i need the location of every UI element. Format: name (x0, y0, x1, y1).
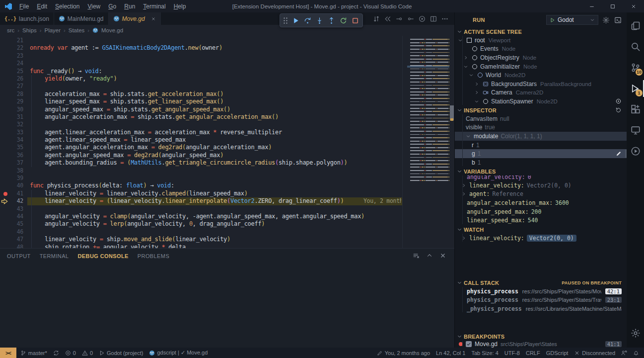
status-godot-project[interactable]: Godot (project) (96, 348, 146, 358)
continue-button[interactable] (289, 15, 301, 26)
minimap[interactable] (407, 36, 449, 248)
gutter[interactable]: 36 (0, 152, 27, 159)
menu-run[interactable]: Run (120, 2, 139, 11)
tab-MainMenu.gd[interactable]: MainMenu.gd (54, 12, 109, 25)
code-line-45[interactable]: 45angular_velocity = lerp(angular_veloci… (0, 220, 407, 228)
breakpoint-Move.gd[interactable]: Move.gdsrc\Ships\Player\States41:1 (455, 341, 627, 348)
status-ln-42-col-1[interactable]: Ln 42, Col 1 (433, 348, 468, 358)
chevron-right-icon[interactable] (461, 183, 467, 188)
status-0[interactable]: 0 (79, 348, 96, 358)
menu-view[interactable]: View (83, 2, 104, 11)
gutter[interactable]: 38 (0, 167, 27, 175)
activity-run-and-debug[interactable]: 1 (627, 78, 644, 99)
scene-node-ObjectRegistry[interactable]: ObjectRegistryNode (455, 53, 627, 62)
chevron-right-icon[interactable] (474, 82, 480, 87)
gutter[interactable]: 27 (0, 83, 27, 90)
activity-manage[interactable] (627, 323, 644, 344)
inspector-row-b[interactable]: b1 (455, 158, 627, 167)
code-line-35[interactable]: 35agent.angular_acceleration_max = deg2r… (0, 144, 407, 151)
inspector-row-visible[interactable]: visibletrue (455, 123, 627, 132)
gutter[interactable]: 34 (0, 136, 27, 144)
status-you-2-months-ago[interactable]: You, 2 months ago (374, 348, 433, 358)
gutter[interactable]: 30 (0, 106, 27, 113)
scene-node-StationSpawner[interactable]: StationSpawnerNode2D (455, 97, 627, 106)
open-debug-console-icon[interactable] (614, 16, 622, 24)
code-line-30[interactable]: 30angular_speed_max = ship.stats.get_ang… (0, 106, 407, 113)
gutter[interactable]: 23 (0, 52, 27, 60)
code-line-34[interactable]: 34agent.linear_speed_max = linear_speed_… (0, 136, 407, 144)
activity-remote-explorer[interactable] (627, 120, 644, 141)
scene-node-BackgroundStars[interactable]: BackgroundStarsParallaxBackground (455, 80, 627, 89)
gutter[interactable]: 37 (0, 159, 27, 167)
step-out-button[interactable] (325, 15, 337, 26)
watch-linear_velocity[interactable]: linear_velocity:Vector2(0, 0) (455, 234, 627, 243)
gutter[interactable]: 21 (0, 37, 27, 44)
status-remote-indicator[interactable]: >< (0, 348, 16, 358)
breadcrumb-item[interactable]: src (7, 27, 14, 33)
status-bell[interactable] (630, 348, 642, 358)
gutter[interactable]: 25 (0, 68, 27, 75)
gutter[interactable]: 35 (0, 144, 27, 151)
activity-source-control[interactable]: 10 (627, 57, 644, 78)
chevron-down-icon[interactable] (458, 38, 463, 43)
swap-icon[interactable] (373, 15, 380, 22)
start-debug-icon[interactable] (550, 17, 555, 23)
maximize-panel-icon[interactable] (426, 252, 433, 259)
code-line-43[interactable]: 43 (0, 205, 407, 213)
code-line-29[interactable]: 29linear_speed_max = ship.stats.get_line… (0, 98, 407, 105)
gutter[interactable]: 39 (0, 175, 27, 182)
activity-extensions[interactable] (627, 99, 644, 120)
variable-angular_speed_max[interactable]: angular_speed_max:200 (455, 207, 627, 216)
section-watch-header[interactable]: WATCH (455, 225, 627, 234)
breadcrumb-file[interactable]: Move.gd (101, 27, 123, 33)
code-line-32[interactable]: 32 (0, 121, 407, 128)
gutter[interactable]: 24 (0, 60, 27, 67)
status-0[interactable]: 0 (62, 348, 79, 358)
step-back-icon[interactable] (396, 15, 403, 22)
stack-frame-physics_process[interactable]: physics_processres://src/Ships/Player/St… (455, 296, 627, 305)
code-line-22[interactable]: 22onready var agent := GSAIKinematicBody… (0, 44, 407, 52)
gutter[interactable]: 22 (0, 44, 27, 52)
status-master[interactable]: master* (17, 348, 50, 358)
chevron-right-icon[interactable] (463, 55, 469, 60)
minimize-button[interactable] (581, 0, 602, 12)
scene-node-root[interactable]: rootViewport (455, 36, 627, 45)
panel-tab-debug-console[interactable]: DEBUG CONSOLE (77, 253, 128, 259)
gutter[interactable]: 40 (0, 182, 27, 189)
code-line-40[interactable]: 40func physics_process(delta: float) → v… (0, 182, 407, 189)
gutter[interactable]: 47 (0, 236, 27, 243)
chevron-down-icon[interactable] (474, 99, 480, 104)
code-line-41[interactable]: 41linear_velocity = linear_velocity.clam… (0, 190, 407, 197)
status-feedback[interactable] (618, 348, 630, 358)
stop-button[interactable] (349, 15, 361, 26)
code-line-21[interactable]: 21 (0, 37, 407, 44)
code-line-33[interactable]: 33agent.linear_acceleration_max = accele… (0, 129, 407, 136)
chevron-right-icon[interactable] (461, 191, 467, 196)
scene-node-GameInitializer[interactable]: GameInitializerNode (455, 62, 627, 71)
chevron-down-icon[interactable] (463, 64, 469, 69)
status-crlf[interactable]: CRLF (523, 348, 543, 358)
step-over-button[interactable] (301, 15, 313, 26)
section-scene-tree-header[interactable]: ACTIVE SCENE TREE (455, 27, 627, 36)
breakpoint-checkbox[interactable] (466, 341, 472, 347)
inspector-row-g[interactable]: g1 (455, 149, 627, 158)
stack-frame-physics_process[interactable]: physics_processres://src/Ships/Player/St… (455, 287, 627, 296)
gutter[interactable]: 26 (0, 75, 27, 83)
variable-angular_velocity[interactable]: angular_velocity:0 (455, 176, 627, 181)
breadcrumb[interactable]: src›Ships›Player›States›Move.gd (0, 25, 454, 36)
code-line-27[interactable]: 27 (0, 83, 407, 90)
debug-settings-icon[interactable] (602, 16, 610, 24)
code-editor[interactable]: 2122onready var agent := GSAIKinematicBo… (0, 36, 454, 248)
status-gdscript-move-gd[interactable]: gdscript | ✓ Move.gd (146, 348, 211, 358)
chevron-down-icon[interactable] (469, 73, 474, 78)
gutter[interactable]: 29 (0, 98, 27, 105)
gutter[interactable]: 41 (0, 190, 27, 197)
menu-edit[interactable]: Edit (33, 2, 51, 11)
code-line-31[interactable]: 31angular_acceleration_max = ship.stats.… (0, 113, 407, 121)
code-line-24[interactable]: 24 (0, 60, 407, 67)
close-panel-icon[interactable] (439, 252, 446, 259)
step-forward-icon[interactable] (407, 15, 414, 22)
gutter[interactable]: 42 (0, 197, 27, 205)
panel-tab-problems[interactable]: PROBLEMS (138, 253, 169, 259)
code-line-26[interactable]: 26yield(owner, "ready") (0, 75, 407, 83)
